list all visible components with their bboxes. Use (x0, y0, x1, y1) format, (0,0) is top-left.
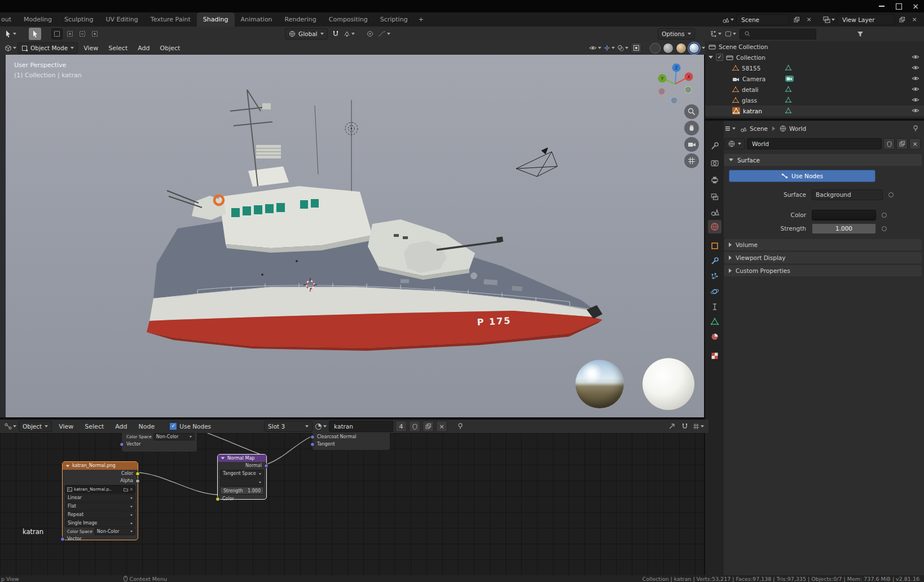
browse-world-dropdown[interactable] (724, 138, 745, 149)
viewport-display-panel-header[interactable]: Viewport Display (724, 252, 922, 263)
browse-material-dropdown[interactable] (315, 421, 327, 431)
axis-minus-y-ball[interactable] (685, 86, 692, 93)
node-snap-button[interactable] (680, 421, 690, 431)
volume-panel-header[interactable]: Volume (724, 239, 922, 250)
material-slot-dropdown[interactable]: Slot 3 (264, 421, 313, 432)
snap-settings-dropdown[interactable] (344, 29, 355, 39)
shader-menu-view[interactable]: View (54, 423, 78, 430)
node-header[interactable]: Normal Map (218, 455, 266, 462)
select-mode-subtract-button[interactable] (77, 29, 87, 39)
view-layer-browse-button[interactable] (823, 15, 835, 25)
material-fake-user-button[interactable] (409, 421, 420, 432)
uvmap-dropdown[interactable] (220, 478, 264, 486)
proportional-edit-button[interactable] (365, 29, 375, 39)
outliner-row-collection[interactable]: Collection (705, 52, 924, 63)
color-space-dropdown[interactable]: Non-Color (153, 433, 195, 440)
close-button[interactable]: × (907, 0, 924, 12)
node-snap-mode-dropdown[interactable] (693, 421, 704, 431)
color-output-socket[interactable] (135, 471, 140, 476)
camera-view-button[interactable] (684, 137, 699, 152)
properties-tab-object[interactable] (708, 239, 721, 253)
mesh-data-icon[interactable] (785, 97, 791, 104)
outliner-editor-type-dropdown[interactable] (710, 29, 721, 39)
animate-dot-icon[interactable] (888, 192, 894, 197)
properties-tab-modifiers[interactable] (708, 254, 721, 268)
clearcoat-normal-socket[interactable] (310, 435, 315, 439)
interpolation-dropdown[interactable]: Linear (65, 494, 135, 502)
workspace-tab-compositing[interactable]: Compositing (323, 12, 374, 27)
active-tool-selector[interactable] (5, 29, 16, 39)
animate-dot-icon[interactable] (882, 226, 887, 231)
properties-tab-output[interactable] (708, 173, 721, 187)
node-principled-partial[interactable]: Clearcoat Normal Tangent (312, 433, 390, 451)
surface-type-dropdown[interactable]: Background (812, 189, 883, 200)
outliner-filter-button[interactable] (855, 29, 865, 39)
visibility-dropdown[interactable] (589, 43, 601, 53)
breadcrumb-world[interactable]: World (780, 125, 806, 132)
collapse-icon[interactable] (221, 457, 225, 460)
shader-editor-canvas[interactable]: Color Space Non-Color Vector Clearcoat N… (0, 433, 704, 575)
select-box-tool-button[interactable] (29, 28, 41, 40)
strength-field[interactable]: 1.000 (812, 223, 876, 234)
mesh-data-icon[interactable] (785, 108, 791, 114)
menu-view[interactable]: View (79, 45, 103, 52)
select-mode-invert-button[interactable] (90, 29, 100, 39)
workspace-tab-rendering[interactable]: Rendering (279, 12, 323, 27)
node-image-texture-partial[interactable]: Color Space Non-Color Vector (121, 433, 197, 452)
menu-add[interactable]: Add (133, 45, 154, 52)
overlays-dropdown[interactable] (617, 43, 628, 53)
properties-tab-material[interactable] (708, 330, 721, 343)
xray-toggle-button[interactable] (631, 42, 642, 54)
zoom-button[interactable] (684, 104, 699, 119)
node-header[interactable]: katran_Normal.png (63, 462, 138, 470)
shader-menu-select[interactable]: Select (80, 423, 108, 430)
scene-copy-button[interactable] (791, 15, 802, 25)
boat-model[interactable]: P 175 (147, 90, 602, 351)
breadcrumb-scene[interactable]: Scene (740, 125, 768, 132)
perspective-toggle-button[interactable] (684, 153, 699, 168)
pin-material-button[interactable] (455, 421, 465, 431)
extension-dropdown[interactable]: Repeat (65, 511, 135, 519)
mesh-data-icon[interactable] (785, 65, 791, 72)
workspace-tab-animation[interactable]: Animation (235, 12, 279, 27)
tangent-socket[interactable] (310, 442, 315, 447)
scene-browse-button[interactable] (722, 15, 734, 25)
snap-toggle-button[interactable] (331, 29, 341, 39)
material-copy-button[interactable] (423, 421, 434, 432)
eye-icon[interactable] (912, 65, 919, 72)
menu-select[interactable]: Select (104, 45, 132, 52)
add-workspace-button[interactable]: + (414, 12, 428, 27)
vector-input-socket[interactable] (60, 537, 65, 541)
animate-dot-icon[interactable] (882, 213, 887, 218)
outliner-row-scene-collection[interactable]: Scene Collection (705, 41, 924, 52)
camera-object[interactable] (516, 148, 557, 177)
viewport-editor-type-dropdown[interactable] (5, 43, 16, 53)
world-name-field[interactable]: World (747, 138, 882, 149)
mode-dropdown[interactable]: Object Mode (17, 42, 78, 54)
properties-tab-tool[interactable] (708, 139, 721, 153)
eye-icon[interactable] (912, 97, 919, 104)
space-dropdown[interactable]: Tangent Space (220, 470, 264, 478)
color-swatch[interactable] (812, 210, 876, 221)
image-unlink-icon[interactable]: × (130, 487, 133, 492)
options-dropdown[interactable]: Options (658, 28, 695, 39)
outliner-row-detali[interactable]: detali (705, 84, 924, 95)
scene-name-field[interactable]: Scene (736, 14, 789, 25)
view-layer-copy-button[interactable] (897, 15, 907, 25)
outliner-row-camera[interactable]: Camera (705, 73, 924, 84)
material-unlink-button[interactable]: × (436, 421, 447, 432)
properties-tab-view-layer[interactable] (708, 190, 721, 204)
transform-orientation-dropdown[interactable]: Global (285, 28, 328, 39)
workspace-tab-uvediting[interactable]: UV Editing (99, 12, 144, 27)
eye-icon[interactable] (912, 76, 919, 82)
workspace-tab-scripting[interactable]: Scripting (374, 12, 414, 27)
eye-icon[interactable] (912, 86, 919, 93)
custom-properties-panel-header[interactable]: Custom Properties (724, 265, 922, 276)
view-layer-remove-button[interactable]: × (909, 15, 919, 25)
select-mode-new-button[interactable] (51, 28, 63, 39)
use-nodes-button[interactable]: Use Nodes (729, 170, 875, 182)
workspace-tab-shading[interactable]: Shading (197, 12, 235, 27)
shading-solid-button[interactable] (663, 43, 674, 54)
node-insert-offset-button[interactable] (667, 421, 677, 431)
normal-output-socket[interactable] (264, 464, 269, 468)
